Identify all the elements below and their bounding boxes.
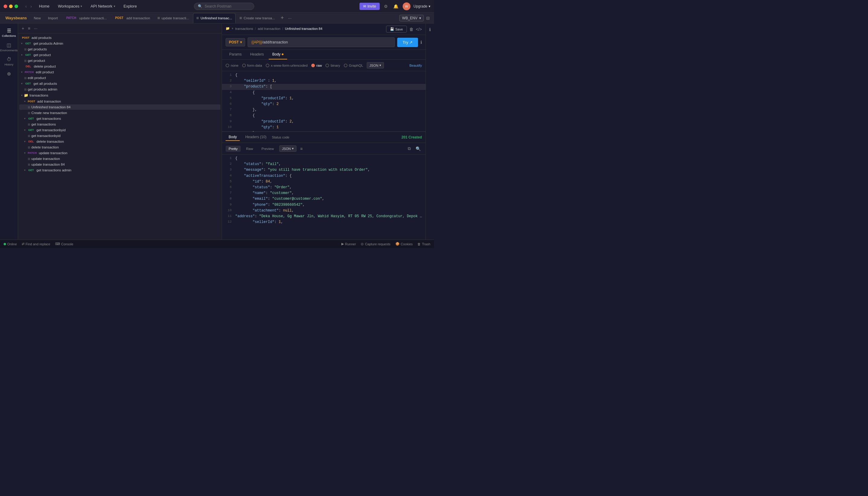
code-line: 6 "status": "Order", xyxy=(222,185,426,190)
resp-json-selector[interactable]: JSON ▾ xyxy=(279,145,297,152)
raw-button[interactable]: Raw xyxy=(243,146,256,152)
sidebar-item-delete-transaction-req[interactable]: ⊞ delete transaction xyxy=(19,144,220,150)
option-label: form-data xyxy=(247,64,262,67)
explore-nav[interactable]: Explore xyxy=(121,3,139,10)
search-response-button[interactable]: 🔍 xyxy=(414,145,422,152)
sidebar-item-edit-product-req[interactable]: ⊞ edit product xyxy=(19,75,220,80)
sidebar-item-get-products-admin[interactable]: ▾ GET get products Admin xyxy=(19,41,220,46)
sort-button[interactable]: ≡ xyxy=(27,25,31,31)
sidebar-item-delete-product[interactable]: DEL delete product xyxy=(19,64,220,69)
search-bar[interactable]: 🔍 xyxy=(194,3,254,10)
invite-button[interactable]: ✉ Invite xyxy=(360,3,380,10)
sidebar-item-get-product[interactable]: ▾ GET get product xyxy=(19,52,220,58)
breadcrumb-add-transaction[interactable]: add transaction xyxy=(257,27,280,30)
find-replace-button[interactable]: ⇄ Find and replace xyxy=(22,242,50,246)
back-button[interactable]: ‹ xyxy=(24,3,28,9)
code-line: 1 { xyxy=(222,73,426,78)
sidebar-item-get-transactions-req[interactable]: ⊞ get transactions xyxy=(19,122,220,127)
tab-import[interactable]: Import xyxy=(45,13,61,23)
new-tab-button[interactable]: + xyxy=(279,15,286,21)
response-body-editor[interactable]: 1 { 2 "status": "fail", 3 "message": "yo… xyxy=(222,154,426,228)
tab-update2[interactable]: ⊞ update transacti... xyxy=(154,13,192,23)
console-button[interactable]: ⌨ Console xyxy=(55,242,73,246)
upgrade-button[interactable]: Upgrade ▾ xyxy=(413,4,430,9)
home-nav[interactable]: Home xyxy=(36,3,52,10)
add-collection-button[interactable]: + xyxy=(20,25,25,31)
capture-requests-button[interactable]: ◎ Capture requests xyxy=(361,242,390,246)
sidebar-item-get-products-admin-req[interactable]: ⊞ get products admin xyxy=(19,87,220,92)
sidebar-item-delete-transaction[interactable]: ▾ DEL delete transaction xyxy=(19,139,220,144)
code-button[interactable]: </> xyxy=(416,27,422,32)
save-button[interactable]: 💾 Save xyxy=(386,26,407,33)
sidebar-item-get-transactions-admin[interactable]: ▾ GET get transactions admin xyxy=(19,168,220,173)
sidebar-item-transactions-folder[interactable]: ▾ 📁 transactions xyxy=(19,92,220,98)
option-none[interactable]: none xyxy=(225,64,239,67)
sidebar-item-edit-product[interactable]: ▾ PATCH edit product xyxy=(19,69,220,75)
method-selector[interactable]: POST ▾ xyxy=(225,38,245,46)
try-button[interactable]: Try ↗ xyxy=(397,38,418,47)
tab-new[interactable]: New xyxy=(30,13,44,23)
runner-button[interactable]: ▶ Runner xyxy=(342,242,356,246)
tab-unfinished[interactable]: ⊞ Unfinished transac... xyxy=(193,13,236,23)
option-binary[interactable]: binary xyxy=(326,64,340,67)
forward-button[interactable]: › xyxy=(29,3,33,9)
option-form-data[interactable]: form-data xyxy=(242,64,262,67)
chevron-icon: ▾ xyxy=(21,53,22,57)
sidebar-item-get-all-products[interactable]: ▾ GET get all products xyxy=(19,81,220,86)
close-button[interactable] xyxy=(4,4,7,8)
delete-button[interactable]: 🗑 xyxy=(409,27,413,32)
sidebar-item-create-new-transaction[interactable]: ⊞ Create new transaction xyxy=(19,110,220,115)
pretty-button[interactable]: Pretty xyxy=(225,146,241,152)
breadcrumb-transactions[interactable]: transactions xyxy=(235,27,253,30)
sidebar-item-get-product-req[interactable]: ⊞ get product xyxy=(19,58,220,63)
sidebar-item-unfinished-transaction[interactable]: ⊞ Unfinished transaction 84 xyxy=(19,104,220,110)
mock-nav-button[interactable]: ⊕ xyxy=(1,69,17,78)
tab-params[interactable]: Params xyxy=(225,50,245,59)
item-label: get transactions xyxy=(36,117,61,120)
option-raw[interactable]: raw xyxy=(311,64,322,67)
environments-nav-button[interactable]: ◫ Environments xyxy=(1,41,17,54)
info-button[interactable]: ℹ xyxy=(421,40,422,45)
chevron-icon: ▾ xyxy=(24,140,26,143)
sidebar-item-update-transaction-req[interactable]: ⊞ update transaction xyxy=(19,156,220,161)
copy-button[interactable]: ⧉ xyxy=(407,145,412,152)
option-graphql[interactable]: GraphQL xyxy=(344,64,363,67)
api-network-nav[interactable]: API Network ▾ xyxy=(88,3,117,10)
json-format-selector[interactable]: JSON ▾ xyxy=(367,62,384,68)
sidebar-item-update-transaction-84[interactable]: ⊞ update transaction 84 xyxy=(19,162,220,167)
maximize-button[interactable] xyxy=(15,4,18,8)
sidebar-item-add-products[interactable]: POST add products xyxy=(19,35,220,41)
search-input[interactable] xyxy=(205,4,250,9)
sidebar-item-add-transaction[interactable]: ▾ POST add transaction xyxy=(19,99,220,104)
beautify-button[interactable]: Beautify xyxy=(409,64,422,67)
history-nav-button[interactable]: ⏱ History xyxy=(1,55,17,68)
sidebar-item-get-transactionbyid-req[interactable]: ⊞ get transactionbyid xyxy=(19,133,220,139)
tab-create-new[interactable]: ⊞ Create new transa... xyxy=(236,13,278,23)
trash-button[interactable]: 🗑 Trash xyxy=(417,242,430,246)
request-body-editor[interactable]: 1 { 2 "sellerId" : 1, 3 "products": [ 4 … xyxy=(222,71,426,131)
tab-response-body[interactable]: Body xyxy=(225,134,240,141)
info-side-button[interactable]: ℹ xyxy=(428,26,432,33)
settings-button[interactable]: ⚙ xyxy=(383,3,389,10)
view-toggle-button[interactable]: ⊟ xyxy=(424,16,431,20)
sidebar-item-update-transaction[interactable]: ▾ PATCH update transaction xyxy=(19,150,220,156)
env-selector[interactable]: WB_ENV ▾ xyxy=(399,15,424,21)
more-tabs-button[interactable]: ··· xyxy=(286,16,294,20)
filter-button[interactable]: ≡ xyxy=(299,145,304,152)
tab-headers[interactable]: Headers xyxy=(247,50,267,59)
option-urlencoded[interactable]: x-www-form-urlencoded xyxy=(266,64,307,67)
notifications-button[interactable]: 🔔 xyxy=(392,3,400,10)
workspaces-nav[interactable]: Workspaces ▾ xyxy=(56,3,84,10)
tab-body[interactable]: Body xyxy=(269,50,287,59)
collections-nav-button[interactable]: ☰ Collections xyxy=(1,26,17,39)
tab-patch-update[interactable]: PATCH update transacti... xyxy=(62,13,110,23)
minimize-button[interactable] xyxy=(9,4,13,8)
tab-post-add[interactable]: POST add transaction xyxy=(111,13,154,23)
tab-response-headers[interactable]: Headers (10) xyxy=(242,134,269,141)
more-options-button[interactable]: ··· xyxy=(33,25,38,31)
sidebar-item-get-transactions[interactable]: ▾ GET get transactions xyxy=(19,116,220,121)
sidebar-item-get-products[interactable]: ⊞ get products xyxy=(19,46,220,52)
sidebar-item-get-transactionbyid[interactable]: ▾ GET get transactionbyid xyxy=(19,127,220,133)
preview-button[interactable]: Preview xyxy=(258,146,277,152)
cookies-button[interactable]: 🍪 Cookies xyxy=(395,242,413,246)
